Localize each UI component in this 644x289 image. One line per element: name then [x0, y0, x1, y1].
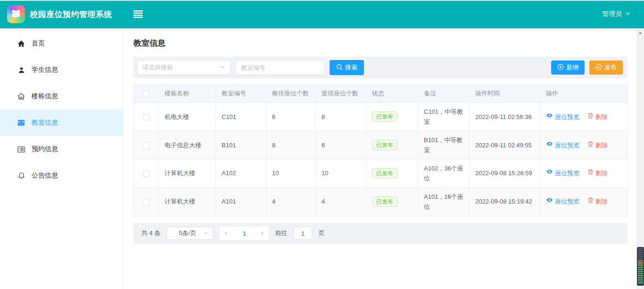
cell-remark: B101，中等教室 [418, 131, 470, 159]
sidebar: 首页 学生信息 楼栋信息 教室信息 预约信息 [0, 28, 124, 289]
trash-icon [587, 140, 594, 150]
row-checkbox[interactable] [143, 199, 149, 205]
app-header: 校园座位预约管理系统 管理员 [0, 0, 644, 28]
building-select[interactable]: 请选择楼栋 [137, 60, 231, 75]
cell-time: 2022-09-11 02:56:36 [470, 103, 540, 131]
eye-icon [546, 112, 553, 122]
sidebar-item-label: 首页 [32, 39, 45, 48]
seat-preview-link[interactable]: 座位预览 [546, 196, 579, 206]
menu-toggle-icon[interactable] [133, 10, 143, 18]
column-header-time: 操作时间 [470, 85, 540, 103]
current-page[interactable]: 1 [243, 230, 246, 237]
delete-label: 删除 [595, 196, 608, 206]
delete-link[interactable]: 删除 [587, 196, 608, 206]
eye-icon [546, 168, 553, 178]
sidebar-item-home[interactable]: 首页 [0, 30, 123, 57]
table-row: 计算机大楼 A101 4 4 已发布 A101，16个座位 2022-09-08… [134, 187, 628, 216]
brand-area: 校园座位预约管理系统 [0, 0, 124, 28]
scroll-up-arrow-icon[interactable] [638, 32, 642, 34]
page-title: 教室信息 [133, 38, 627, 49]
status-badge: 已发布 [372, 111, 397, 122]
page-size-value: 5条/页 [172, 229, 203, 238]
publish-button[interactable]: 发布 [589, 60, 623, 75]
sidebar-item-reservations[interactable]: 预约信息 [0, 136, 123, 162]
window-top-edge [0, 0, 644, 1]
chevron-down-icon [220, 63, 225, 72]
column-header-actions: 操作 [540, 85, 628, 103]
filter-toolbar: 请选择楼栋 搜索 新增 [133, 57, 627, 78]
column-header-h-seats: 横排座位个数 [266, 85, 316, 103]
cell-room: A102 [216, 159, 266, 187]
cell-v-seats: 10 [316, 159, 366, 187]
cell-building: 电子信息大楼 [159, 131, 216, 159]
announcement-bell-icon [17, 172, 25, 179]
classroom-icon [17, 119, 25, 126]
column-header-v-seats: 竖排座位个数 [316, 85, 366, 103]
seat-preview-link[interactable]: 座位预览 [546, 112, 579, 122]
check-circle-icon [595, 64, 602, 72]
delete-link[interactable]: 删除 [587, 168, 608, 178]
search-button-label: 搜索 [345, 63, 357, 72]
next-page-button[interactable] [260, 231, 264, 236]
delete-label: 删除 [595, 140, 608, 150]
app-window: 校园座位预约管理系统 管理员 首页 学生信息 [0, 0, 644, 289]
row-checkbox[interactable] [143, 170, 149, 177]
add-button[interactable]: 新增 [551, 60, 585, 75]
page-size-select[interactable]: 5条/页 [166, 227, 214, 240]
publish-button-label: 发布 [604, 63, 617, 72]
room-number-input[interactable] [235, 60, 325, 75]
student-icon [17, 67, 25, 74]
cell-building: 计算机大楼 [159, 159, 216, 187]
sidebar-item-buildings[interactable]: 楼栋信息 [0, 83, 123, 110]
goto-suffix: 页 [318, 229, 324, 238]
sidebar-item-label: 预约信息 [32, 145, 58, 153]
row-checkbox[interactable] [143, 142, 149, 149]
app-logo-icon [7, 5, 25, 23]
sidebar-item-label: 教室信息 [32, 119, 58, 127]
cell-time: 2022-09-08 15:26:59 [470, 159, 540, 187]
activity-meter-stripes [638, 248, 643, 284]
seat-preview-label: 座位预览 [555, 112, 579, 122]
seat-preview-link[interactable]: 座位预览 [546, 168, 579, 178]
eye-icon [546, 196, 553, 206]
seat-preview-label: 座位预览 [555, 168, 579, 178]
cell-h-seats: 4 [266, 187, 316, 216]
cell-remark: A101，16个座位 [418, 187, 470, 216]
pager: 1 [220, 227, 269, 240]
trash-icon [587, 168, 594, 178]
cell-remark: A102，36个座位 [418, 159, 470, 187]
user-menu[interactable]: 管理员 [602, 10, 644, 18]
sidebar-item-classrooms[interactable]: 教室信息 [0, 110, 123, 136]
sidebar-item-label: 学生信息 [32, 66, 58, 74]
total-count: 共 4 条 [141, 229, 160, 238]
seat-preview-link[interactable]: 座位预览 [546, 140, 579, 150]
eye-icon [546, 140, 553, 150]
search-icon [336, 64, 343, 72]
status-badge: 已发布 [372, 196, 397, 207]
cell-h-seats: 10 [266, 159, 316, 187]
sidebar-item-students[interactable]: 学生信息 [0, 57, 123, 83]
cell-time: 2022-09-08 15:19:42 [470, 187, 540, 216]
plus-circle-icon [557, 64, 564, 72]
cell-h-seats: 8 [266, 131, 316, 159]
cell-h-seats: 6 [266, 103, 316, 131]
delete-link[interactable]: 删除 [587, 112, 608, 122]
search-button[interactable]: 搜索 [330, 60, 364, 75]
sidebar-item-announcements[interactable]: 公告信息 [0, 162, 123, 189]
building-icon [17, 93, 25, 100]
user-name: 管理员 [602, 10, 622, 18]
delete-link[interactable]: 删除 [587, 140, 608, 150]
add-button-label: 新增 [566, 63, 578, 72]
chevron-down-icon [625, 10, 631, 18]
prev-page-button[interactable] [224, 231, 229, 236]
row-checkbox[interactable] [143, 114, 149, 120]
select-all-checkbox[interactable] [143, 91, 149, 97]
sidebar-item-label: 楼栋信息 [32, 92, 58, 101]
delete-label: 删除 [595, 168, 608, 178]
cell-v-seats: 6 [316, 131, 366, 159]
column-header-remark: 备注 [418, 85, 470, 103]
goto-page-input[interactable] [293, 227, 312, 240]
trash-icon [587, 112, 594, 122]
seat-preview-label: 座位预览 [555, 196, 579, 206]
cell-remark: C101，中等教室 [418, 103, 470, 131]
